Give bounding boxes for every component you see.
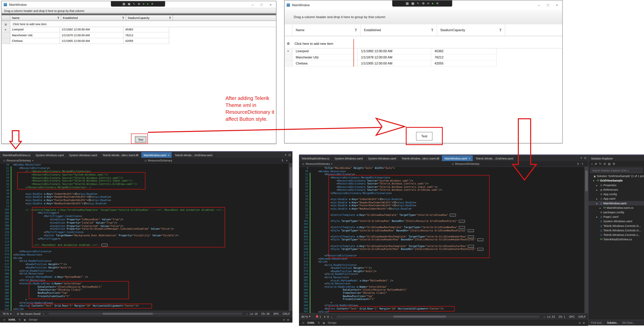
tab-design[interactable]: Design (29, 318, 38, 321)
code-line[interactable]: 526 (299, 241, 584, 244)
chevron-down-icon[interactable]: ▾ (286, 159, 288, 162)
maximize-button[interactable]: □ (259, 3, 264, 7)
code-line[interactable]: 584 DataContext="{StaticResource MyViewM… (0, 285, 289, 288)
tree-item[interactable]: ▸C#MainWindow.xaml.cs (588, 205, 644, 210)
column-header-name[interactable]: Name (10, 15, 61, 21)
code-line[interactable]: 581 <local:MyViewModel x:Key="MyViewMode… (299, 279, 584, 282)
code-line[interactable]: 579 </Grid.RowDefinitions> (299, 272, 584, 276)
column-header-established[interactable]: Established (61, 15, 126, 21)
filter-icon[interactable] (431, 29, 434, 32)
code-line[interactable]: 16 <ResourceDictionary Source="Telerik.W… (0, 182, 289, 185)
code-line[interactable]: 205 <MultiTrigger.Conditions> (0, 214, 289, 218)
grid-row[interactable]: Chelsea1/1/1905 12:00:00 AM42055 (2, 38, 276, 44)
split-icon[interactable]: ⊟ (584, 157, 586, 160)
code-line[interactable]: 576 <Grid.RowDefinitions> (299, 263, 584, 266)
code-line[interactable]: 21 <sys:Double x:Key="FooterRowIndentWid… (299, 204, 584, 207)
code-line[interactable]: 22 <sys:Double x:Key="NewRowIndentWidth"… (299, 207, 584, 210)
code-line[interactable]: 18 (0, 189, 289, 192)
vertical-scrollbar[interactable] (289, 163, 292, 311)
code-line[interactable]: 22 <sys:Double x:Key="NewRowIndentWidth"… (0, 202, 289, 205)
grid-row[interactable]: ▸Liverpool1/1/1892 12:00:00 AM45362 (2, 27, 276, 33)
maximize-button[interactable]: □ (546, 3, 550, 7)
add-new-row[interactable]: ▦ Click here to add new item (284, 39, 562, 49)
code-line[interactable]: 578 <RowDefinition Height="Auto"/> (299, 269, 584, 272)
test-button[interactable]: Test (135, 136, 146, 143)
minimize-button[interactable]: – (250, 3, 255, 7)
folded-region-icon[interactable]: ... (468, 235, 474, 238)
folded-region-icon[interactable]: ... (459, 220, 465, 223)
zoom-control[interactable]: 80 %▾ (302, 315, 310, 318)
column-header-stadiumcapacity[interactable]: StadiumCapacity (437, 24, 505, 36)
scrollbar-thumb[interactable] (585, 171, 588, 191)
code-line[interactable]: 203 <!--<ControlTemplate x:Key="GridView… (0, 208, 289, 211)
editor-tab[interactable]: Telerik.Windo....GridView.xaml (473, 155, 516, 161)
target-icon[interactable]: ⊕ (422, 2, 425, 5)
code-line[interactable]: 587 FrozenColumnCount="1" (299, 297, 584, 300)
status-ok-icon[interactable]: ● (147, 3, 148, 6)
frozen-column-splitter[interactable] (353, 39, 354, 66)
editor-tab[interactable]: TelerikRadGridView.cs (299, 155, 332, 161)
vertical-scrollbar[interactable] (584, 166, 588, 313)
tab-git-changes[interactable]: Git Chan... (622, 321, 635, 324)
test-button[interactable]: Test (416, 132, 432, 140)
tree-item[interactable]: ▸⟨⟩MainWindow.xaml (588, 201, 644, 205)
chevron-down-icon[interactable]: ▾ (582, 162, 583, 165)
scrollbar-thumb[interactable] (394, 315, 446, 317)
code-line[interactable]: 529 <ControlTemplate x:Key="GridViewFoot… (299, 244, 584, 247)
breadcrumb-segment[interactable]: ⊡ResourceDictionary (452, 162, 480, 165)
code-line[interactable]: 574 </Window.Resources> (299, 257, 584, 260)
split-horizontal-icon[interactable]: ⊟ (283, 318, 285, 321)
close-icon[interactable]: ✕ (436, 2, 439, 5)
swap-icon[interactable]: ⇅ (577, 162, 579, 165)
space-mode[interactable]: SPC (569, 315, 575, 318)
tree-item[interactable]: ▸⟨⟩Page1.xaml (588, 214, 644, 219)
split-vertical-icon[interactable]: ⊞ (287, 318, 289, 321)
code-line[interactable]: 21 <sys:Double x:Key="FooterRowIndentWid… (0, 198, 289, 201)
code-line[interactable]: 469 <ControlTemplate x:Key="GridViewHead… (299, 235, 584, 238)
swap-views-icon[interactable]: ⇅ (318, 321, 320, 324)
code-line[interactable]: 208 <Condition Property="IsSelected" Val… (0, 224, 289, 227)
eol-mode[interactable]: CRLF (283, 312, 290, 315)
code-line[interactable]: 15 <ResourceDictionary Source="Telerik.W… (0, 179, 289, 182)
folded-region-icon[interactable]: ... (477, 248, 484, 251)
folded-region-icon[interactable]: ... (468, 229, 474, 232)
editor-tab[interactable]: Telerik.Windo....GridView.xaml (172, 152, 215, 158)
code-line[interactable]: 394 (299, 223, 584, 226)
minimize-button[interactable]: – (536, 3, 541, 7)
split-vertical-icon[interactable]: ⊞ (583, 321, 585, 324)
code-line[interactable]: 591</Grid> (0, 307, 289, 310)
tree-item[interactable]: ⟨⟩System.Windows.xaml (588, 219, 644, 223)
code-line[interactable]: 574</Window.Resources> (0, 253, 289, 256)
code-line[interactable]: 590 <Button Content="Test" Grid.Row="1" … (0, 304, 289, 307)
code-line[interactable]: 570 (299, 251, 584, 254)
code-line[interactable]: 17 </ResourceDictionary.MergedDictionari… (0, 186, 289, 189)
code-line[interactable]: 583 <telerik:RadGridView x:Name="telerik… (0, 282, 289, 285)
warnings-indicator[interactable]: ▲0 (324, 315, 329, 318)
code-line[interactable]: 584 DataContext="{StaticResource MyViewM… (299, 288, 584, 291)
space-mode[interactable]: SPC (273, 312, 279, 315)
code-line[interactable]: 210 </MultiTrigger.Conditions> (0, 230, 289, 233)
code-line[interactable]: 11 <ResourceDictionary> (299, 173, 584, 176)
filter-icon[interactable] (354, 29, 358, 32)
screen-icon[interactable]: ▣ (128, 2, 130, 6)
code-line[interactable]: 582 </Grid.Resources> (0, 278, 289, 282)
code-line[interactable]: 589 </telerik:RadGridView> (0, 301, 289, 304)
code-line[interactable]: 577 <RowDefinition Height="*"/> (0, 262, 289, 265)
tree-item[interactable]: ⟨⟩Telerik.Windows.Controls.G... (588, 224, 644, 228)
filter-icon[interactable] (122, 17, 124, 19)
code-line[interactable]: 17 </ResourceDictionary.MergedDictionari… (299, 191, 584, 195)
breadcrumb-segment[interactable]: ⊡ResourceDictionary▾ (299, 162, 332, 165)
code-line[interactable]: 25 (299, 216, 584, 219)
horizontal-scrollbar[interactable] (48, 312, 242, 315)
target-icon[interactable]: ⊕ (138, 2, 140, 6)
code-line[interactable]: 573 </ResourceDictionary> (0, 250, 289, 253)
scroll-right-icon[interactable]: › (544, 315, 545, 318)
eol-mode[interactable]: CRLF (578, 315, 586, 318)
code-line[interactable]: 12 <!--<ResourceDictionary.MergedDiction… (0, 169, 289, 173)
code-line[interactable]: 204 <MultiTrigger> (0, 211, 289, 214)
close-button[interactable]: × (554, 3, 559, 7)
code-line[interactable]: 23 (299, 210, 584, 213)
folded-region-icon[interactable]: ... (477, 239, 484, 241)
code-line[interactable]: 13 <ResourceDictionary Source="System.Wi… (299, 179, 584, 182)
code-line[interactable]: 585 ItemsSource="{Binding Clubs}" (299, 291, 584, 294)
